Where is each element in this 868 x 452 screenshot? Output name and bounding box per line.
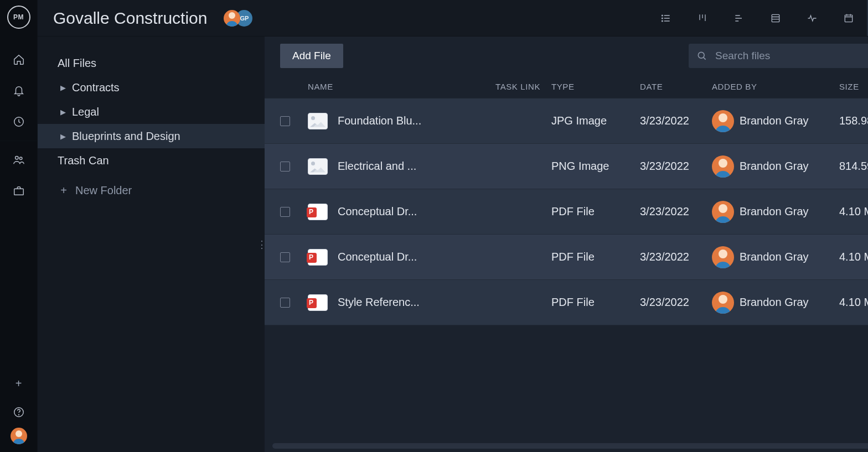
sidebar-folder-label: Contracts: [72, 81, 120, 94]
file-name: Style Referenc...: [338, 296, 420, 309]
col-added-by[interactable]: ADDED BY: [712, 82, 839, 91]
project-members[interactable]: GP: [224, 10, 252, 27]
svg-rect-3: [14, 189, 23, 195]
search-icon: [696, 50, 707, 61]
file-type: PDF File: [551, 205, 640, 218]
horizontal-scrollbar[interactable]: [272, 443, 868, 449]
file-size: 158.98: [839, 115, 868, 127]
table-row[interactable]: Style Referenc...PDF File3/23/2022Brando…: [265, 280, 868, 325]
bell-icon[interactable]: [0, 75, 38, 106]
chevron-right-icon: ▶: [58, 108, 69, 116]
svg-point-2: [19, 157, 22, 160]
view-sheet-icon[interactable]: [757, 0, 794, 36]
row-checkbox[interactable]: [280, 162, 290, 172]
table-row[interactable]: Conceptual Dr...PDF File3/23/2022Brandon…: [265, 189, 868, 235]
file-date: 3/23/2022: [640, 115, 712, 127]
col-type[interactable]: TYPE: [551, 82, 640, 91]
plus-icon: +: [59, 184, 69, 197]
file-name: Electrical and ...: [338, 160, 416, 173]
col-task-link[interactable]: TASK LINK: [474, 82, 551, 91]
file-size: 4.10 M: [839, 205, 868, 218]
col-date[interactable]: DATE: [640, 82, 712, 91]
user-avatar: [712, 155, 734, 178]
file-added-by: Brandon Gray: [740, 251, 809, 263]
sidebar-trash-label: Trash Can: [58, 154, 109, 167]
clock-icon[interactable]: [0, 106, 38, 137]
svg-point-1: [15, 157, 18, 160]
user-avatar: [712, 201, 734, 223]
user-avatar[interactable]: [11, 428, 27, 444]
file-thumbnail: [308, 249, 328, 266]
file-added-by: Brandon Gray: [740, 296, 809, 309]
file-type: PDF File: [551, 296, 640, 309]
top-bar: Govalle Construction GP: [38, 0, 868, 37]
row-checkbox[interactable]: [280, 116, 290, 126]
add-file-button[interactable]: Add File: [280, 44, 343, 68]
sidebar-folder-contracts[interactable]: ▶ Contracts: [38, 75, 265, 100]
file-date: 3/23/2022: [640, 205, 712, 218]
chevron-right-icon: ▶: [58, 132, 69, 141]
user-avatar: [712, 110, 734, 132]
table-row[interactable]: Foundation Blu...JPG Image3/23/2022Brand…: [265, 98, 868, 144]
file-added-by: Brandon Gray: [740, 205, 809, 218]
file-added-by: Brandon Gray: [740, 115, 809, 127]
row-checkbox[interactable]: [280, 252, 290, 262]
folder-sidebar: All Files ▶ Contracts ▶ Legal ▶ Blueprin…: [38, 37, 265, 452]
briefcase-icon[interactable]: [0, 175, 38, 206]
home-icon[interactable]: [0, 44, 38, 75]
user-avatar: [712, 246, 734, 268]
file-type: JPG Image: [551, 115, 640, 127]
file-size: 814.59: [839, 160, 868, 173]
people-icon[interactable]: [0, 144, 38, 175]
search-input[interactable]: [714, 49, 868, 63]
svg-rect-9: [772, 14, 779, 22]
row-checkbox[interactable]: [280, 207, 290, 217]
view-tabs: [648, 0, 868, 36]
view-board-icon[interactable]: [684, 0, 721, 36]
sidebar-folder-legal[interactable]: ▶ Legal: [38, 100, 265, 124]
file-size: 4.10 M: [839, 251, 868, 263]
files-toolbar: Add File: [265, 37, 868, 75]
row-checkbox[interactable]: [280, 298, 290, 308]
user-avatar: [712, 292, 734, 314]
file-date: 3/23/2022: [640, 160, 712, 173]
file-date: 3/23/2022: [640, 296, 712, 309]
file-thumbnail: [308, 158, 328, 175]
file-type: PDF File: [551, 251, 640, 263]
col-size[interactable]: SIZE: [839, 82, 868, 91]
nav-rail: PM +: [0, 0, 38, 452]
app-logo[interactable]: PM: [7, 6, 30, 29]
file-date: 3/23/2022: [640, 251, 712, 263]
view-activity-icon[interactable]: [794, 0, 830, 36]
sidebar-all-files[interactable]: All Files: [38, 51, 265, 75]
file-thumbnail: [308, 204, 328, 220]
svg-point-7: [662, 18, 663, 19]
file-name: Conceptual Dr...: [338, 251, 417, 263]
files-panel: Add File NAME TASK LINK TYPE DATE ADDED …: [265, 37, 868, 452]
sidebar-trash[interactable]: Trash Can: [38, 148, 265, 173]
col-name[interactable]: NAME: [308, 82, 474, 91]
sidebar-folder-label: Legal: [72, 106, 99, 118]
sidebar-all-files-label: All Files: [58, 57, 96, 70]
view-list-icon[interactable]: [648, 0, 684, 36]
file-name: Conceptual Dr...: [338, 205, 417, 218]
member-avatar: [224, 10, 240, 27]
add-icon[interactable]: +: [0, 370, 38, 397]
sidebar-folder-blueprints[interactable]: ▶ Blueprints and Design: [38, 124, 265, 148]
view-gantt-icon[interactable]: [721, 0, 757, 36]
sidebar-resize-handle[interactable]: ⋮: [257, 243, 266, 246]
chevron-right-icon: ▶: [58, 84, 69, 92]
table-row[interactable]: Electrical and ...PNG Image3/23/2022Bran…: [265, 144, 868, 189]
sidebar-folder-label: Blueprints and Design: [72, 130, 180, 143]
svg-point-6: [662, 15, 663, 16]
new-folder-button[interactable]: + New Folder: [38, 178, 265, 202]
view-calendar-icon[interactable]: [830, 0, 867, 36]
table-row[interactable]: Conceptual Dr...PDF File3/23/2022Brandon…: [265, 235, 868, 280]
help-icon[interactable]: [0, 397, 38, 428]
table-header: NAME TASK LINK TYPE DATE ADDED BY SIZE: [265, 75, 868, 98]
file-type: PNG Image: [551, 160, 640, 173]
search-box[interactable]: [689, 44, 868, 68]
svg-rect-10: [845, 15, 852, 22]
new-folder-label: New Folder: [75, 184, 132, 197]
file-name: Foundation Blu...: [338, 115, 421, 127]
